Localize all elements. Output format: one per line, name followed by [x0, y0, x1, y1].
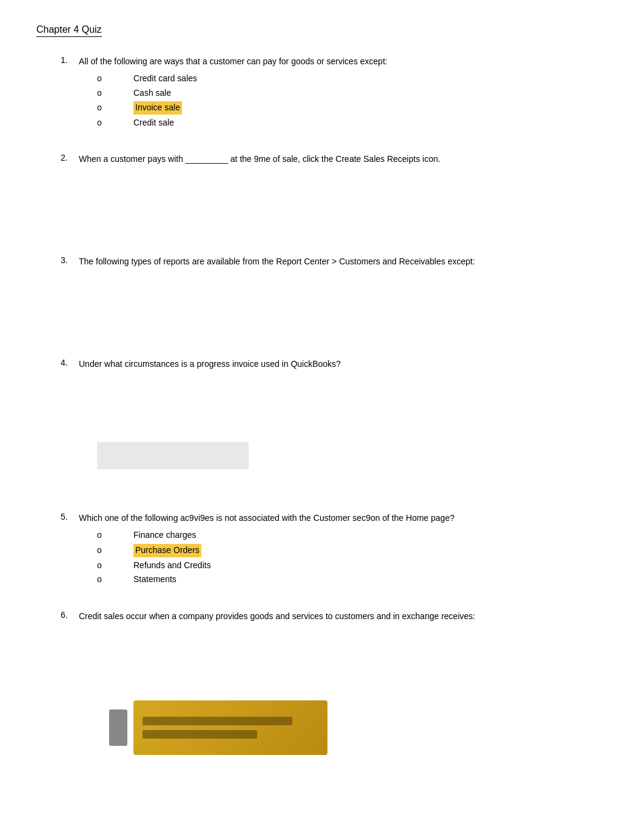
option-text: Statements [133, 574, 176, 586]
question-1-number: 1. [61, 55, 79, 68]
question-6-number: 6. [61, 610, 79, 623]
question-6-text: Credit sales occur when a company provid… [79, 610, 608, 623]
question-5-number: 5. [61, 512, 79, 525]
list-item: o Statements [97, 574, 608, 586]
question-6-spacer [61, 628, 608, 688]
option-bullet: o [97, 117, 133, 129]
option-text: Refunds and Credits [133, 560, 211, 572]
question-2: 2. When a customer pays with _________ a… [61, 153, 608, 231]
questions-container: 1. All of the following are ways that a … [61, 55, 608, 755]
bottom-image-icon [109, 709, 127, 746]
question-4-spacer [61, 375, 608, 436]
option-text-highlighted: Purchase Orders [133, 544, 201, 557]
option-text: Credit sale [133, 117, 174, 129]
question-1-options: o Credit card sales o Cash sale o Invoic… [97, 73, 608, 129]
question-1-text: All of the following are ways that a cus… [79, 55, 608, 68]
bottom-image-area [133, 700, 327, 755]
bottom-image-container [109, 700, 608, 755]
option-text: Finance charges [133, 529, 196, 542]
option-bullet: o [97, 545, 133, 557]
question-4: 4. Under what circumstances is a progres… [61, 358, 608, 488]
question-5-text: Which one of the following ac9vi9es is n… [79, 512, 608, 525]
option-bullet: o [97, 102, 133, 114]
option-bullet: o [97, 574, 133, 586]
option-text: Credit card sales [133, 73, 197, 85]
option-text-highlighted: Invoice sale [133, 101, 182, 115]
question-4-number: 4. [61, 358, 79, 371]
list-item: o Invoice sale [97, 101, 608, 115]
question-5-options: o Finance charges o Purchase Orders o Re… [97, 529, 608, 585]
question-6: 6. Credit sales occur when a company pro… [61, 610, 608, 755]
question-2-text: When a customer pays with _________ at t… [79, 153, 608, 166]
question-3: 3. The following types of reports are av… [61, 255, 608, 334]
list-item: o Finance charges [97, 529, 608, 542]
page-title-section: Chapter 4 Quiz [36, 24, 102, 37]
bottom-image-line-2 [143, 730, 257, 739]
question-1: 1. All of the following are ways that a … [61, 55, 608, 129]
question-2-number: 2. [61, 153, 79, 166]
option-bullet: o [97, 87, 133, 99]
question-3-number: 3. [61, 255, 79, 268]
list-item: o Credit card sales [97, 73, 608, 85]
page-title: Chapter 4 Quiz [36, 24, 102, 35]
bottom-image-line-1 [143, 717, 292, 725]
question-3-text: The following types of reports are avail… [79, 255, 608, 268]
question-5: 5. Which one of the following ac9vi9es i… [61, 512, 608, 585]
option-bullet: o [97, 560, 133, 572]
list-item: o Cash sale [97, 87, 608, 99]
option-text: Cash sale [133, 87, 171, 99]
question-4-text: Under what circumstances is a progress i… [79, 358, 608, 371]
option-bullet: o [97, 73, 133, 85]
question-3-spacer [61, 273, 608, 334]
list-item: o Credit sale [97, 117, 608, 129]
question-4-image-placeholder [97, 442, 249, 469]
question-2-spacer [61, 170, 608, 231]
list-item: o Refunds and Credits [97, 560, 608, 572]
list-item: o Purchase Orders [97, 544, 608, 557]
option-bullet: o [97, 529, 133, 542]
